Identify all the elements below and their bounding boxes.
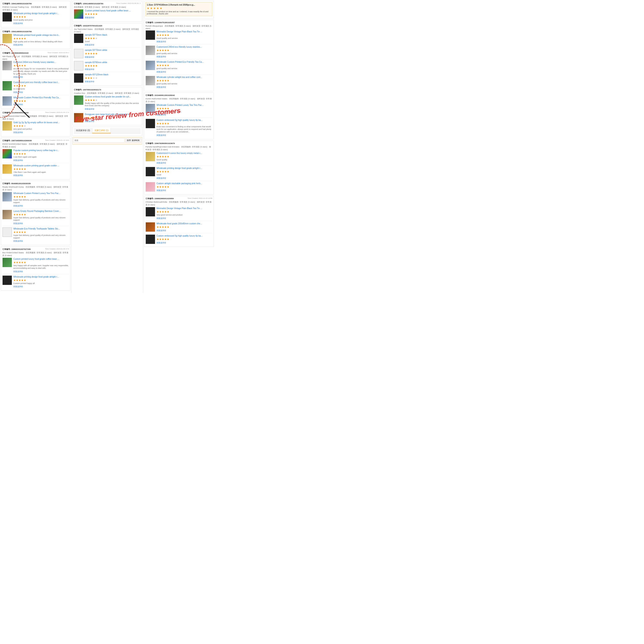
review-content: Dongguan oem large food safe chocolate t… [85,113,140,123]
review-content: Customd 240ml eco friendly luxury stainl… [13,61,69,79]
product-title[interactable]: Custom printed luxury food grade coffee … [13,258,69,260]
product-title[interactable]: Wholesale cylinder airtight tea and coff… [156,76,212,79]
review-text: very good and perfect [13,128,69,131]
product-title[interactable]: Customized 4 ounce 8oz luxury empty meta… [156,152,212,155]
reply-button[interactable]: 回复该评价 [156,56,166,58]
product-title[interactable]: Wholesale Custom Printed Luxury Tea Tins… [156,104,212,106]
reply-button[interactable]: 回复该评价 [13,222,23,225]
supplier-service: 供应商服务: 非常满意 (5 stars) [169,201,195,203]
star-rating: ★★★★★ [156,33,212,37]
product-title[interactable]: Wholesale-printed food grade vintage tea… [13,34,69,36]
product-thumbnail [146,61,155,70]
product-title[interactable]: sample 55*70mm white [85,49,140,52]
product-thumbnail [2,275,12,285]
product-title[interactable]: Customized 240ml eco friendly luxury sta… [156,46,212,48]
product-title[interactable]: Wholesale-food grade 200x80mm custom che… [156,222,212,225]
sort-button[interactable]: 排序: 留评时间 [125,138,141,143]
reply-button[interactable]: 回复该评价 [85,68,94,70]
product-title[interactable]: Custom printed luxury food grade coffee … [85,9,140,12]
reply-button[interactable]: 回复该评价 [13,205,23,207]
product-title[interactable]: Wholesale custom printing good grade coo… [13,164,69,167]
reply-button[interactable]: 回复该评价 [85,120,94,122]
product-title[interactable]: Wholesale Custom Printed Eco Friendly Te… [13,96,69,99]
supplier-info: PHENIX Concept Trading Corp 供应商服务: 非常满意 … [2,6,69,11]
reply-button[interactable]: 回复该评价 [156,189,166,191]
product-title[interactable]: Customized print eco friendly coffee bea… [13,81,69,84]
review-item: Custom printed luxury food grade coffee … [2,258,69,274]
product-thumbnail [146,167,155,176]
reply-button[interactable]: 回复该评价 [156,177,166,179]
order-header: 订单编号: 15070501020032174 [74,88,140,91]
product-title[interactable]: Wholesale printing design food grade air… [13,275,69,278]
reply-button[interactable]: 回复该评价 [85,56,94,58]
product-title[interactable]: sample 55*70mm black [85,33,140,36]
review-text: good quality and service [156,52,212,55]
supplier-service: 供应商服务: 非常满意 (5 stars) [21,55,48,58]
review-text: Super fast delivery, good quality of pro… [13,217,69,222]
reply-button[interactable]: 回复该评价 [85,108,94,110]
reply-button[interactable]: 回复该评价 [13,44,23,46]
order-header: 订单编号: 1610840450022419 Time Created: 202… [2,52,69,55]
order-header: 订单编号: 1594148050101026784 [2,30,69,33]
order-card: 订单编号: 954088100103030339 Ready Shot/Sout… [1,181,70,245]
review-tab-bar: 待买家评价 (0) 买家已评价 (1) [74,128,140,134]
reply-button[interactable]: 回复该评价 [13,174,23,176]
reply-button[interactable]: 回复该评价 [156,114,166,116]
reply-button[interactable]: 回复该评价 [13,159,23,161]
star-rating: ★★★★★ [13,15,69,18]
product-title[interactable]: Wholesale printing design food grade air… [156,167,212,170]
product-title[interactable]: Customd 240ml eco friendly luxury stainl… [13,61,69,64]
product-title[interactable]: Wholesale Custom Printed Luxury Tea Tins… [13,192,69,195]
logistics-rating: 按时发货: 非常满意 (3 stars) [115,92,139,94]
reply-button[interactable]: 回复该评价 [13,270,23,273]
product-title[interactable]: Wholesale Custom Printed Eco Friendly Te… [156,61,212,63]
supplier-info: Romeli Albuquerque 供应商服务: 非常满意 (5 stars)… [146,25,212,30]
product-title[interactable]: Gold 1g 2g 3g 5g empty saffron tin boxes… [13,121,69,124]
product-thumbnail [146,76,155,85]
product-title[interactable]: Custom airtight stackable packaging pink… [156,182,212,185]
product-title[interactable]: Luxury Empty Round Packaging Bamboo Cove… [13,210,69,213]
review-item: Custom emboss food grade tee powder tin … [74,95,140,112]
review-content: Custom embossed 5g high quality luxury l… [156,119,212,137]
star-rating: ★★★★★ [85,64,140,67]
product-title[interactable]: sample 65*80mm white [85,61,140,64]
reply-button[interactable]: 回复该评价 [13,286,23,288]
reply-button[interactable]: 回复该评价 [156,41,166,43]
product-title[interactable]: Wholesale printing design food grade air… [13,12,69,15]
product-title[interactable]: Minimalist Design Vintage Plain Black Te… [156,207,212,210]
tab-pending[interactable]: 待买家评价 (0) [74,128,92,133]
star-rating: ★★★★★ [85,99,140,102]
star-rating: ★★★★★ [13,99,69,103]
product-title[interactable]: Wholesale Eco Friendly Toothpaste Tablet… [13,227,69,230]
reply-button[interactable]: 回复该评价 [156,242,166,244]
reply-button[interactable]: 回复该评价 [156,217,166,219]
reply-button[interactable]: 回复该评价 [156,71,166,73]
reply-button[interactable]: 回复该评价 [156,229,166,232]
reply-button[interactable]: 回复该评价 [156,134,166,136]
reply-button[interactable]: 回复该评价 [13,103,23,106]
product-title[interactable]: Popular custom printing luxury coffee ba… [13,149,69,152]
tab-completed[interactable]: 买家已评价 (1) [92,128,111,133]
supplier-info: Christian Bedonuah/India 供应商服务: 非常满意 (5 … [146,201,212,206]
product-title[interactable]: Custom emboss food grade tee powder tin … [85,95,140,98]
reply-button[interactable]: 回复该评价 [85,81,94,83]
reply-button[interactable]: 回复该评价 [156,162,166,164]
reply-button[interactable]: 回复该评价 [13,240,23,242]
search-input[interactable] [73,138,124,143]
product-title[interactable]: Minimalist Design Vintage Plain Black Te… [156,30,212,33]
review-item: Minimalist Design Vintage Plain Black Te… [146,207,212,221]
reply-button[interactable]: 回复该评价 [13,91,23,93]
product-title[interactable]: Dongguan oem large food safe chocolate t… [85,113,140,116]
product-title[interactable]: Custom embossed 5g high quality luxury l… [156,119,212,122]
product-thumbnail [2,96,12,106]
time-created: Time Created: 2023-01-04 17:4 [45,111,69,114]
reply-button[interactable]: 回复该评价 [85,44,94,46]
product-title[interactable]: sample 65*120mm black [85,73,140,76]
reply-button[interactable]: 回复该评价 [13,22,23,24]
reply-button[interactable]: 回复该评价 [156,86,166,88]
product-title[interactable]: Custom embossed 5g high quality luxury l… [156,234,212,237]
reply-button[interactable]: 回复该评价 [13,131,23,134]
reply-button[interactable]: 回复该评价 [85,17,94,19]
star-rating: ★★★★★ [85,76,140,80]
reply-button[interactable]: 回复该评价 [13,76,23,78]
